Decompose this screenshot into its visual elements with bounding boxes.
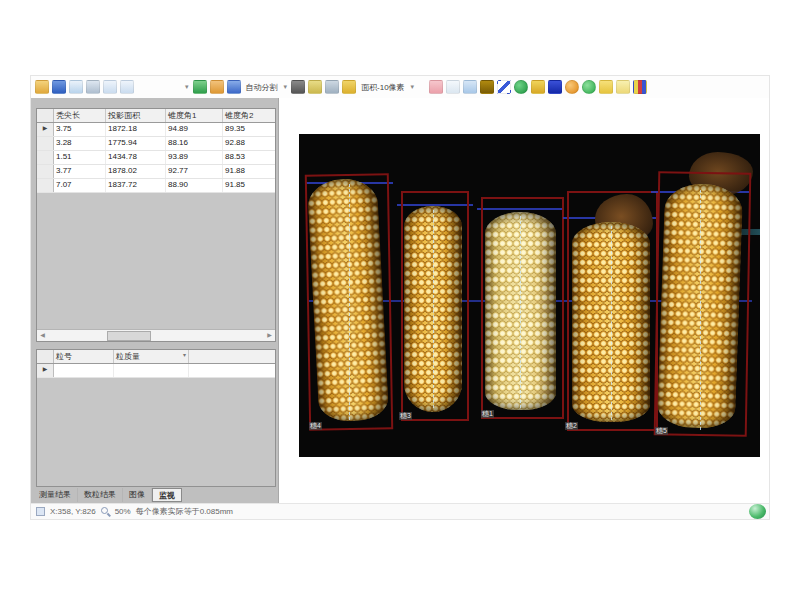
scroll-right-arrow-icon[interactable]: ▶ — [264, 330, 275, 340]
tab-monitor[interactable]: 监视 — [152, 488, 182, 502]
table-cell[interactable]: 1.51 — [54, 151, 106, 164]
zoom-out-icon[interactable] — [120, 80, 134, 94]
row-selector[interactable] — [37, 165, 54, 178]
tab-count-results[interactable]: 数粒结果 — [78, 488, 123, 502]
row-selector[interactable]: ▶ — [37, 123, 54, 136]
ear-label: 穗4 — [309, 422, 322, 430]
table-cell[interactable]: 7.07 — [54, 179, 106, 192]
table-cell[interactable]: 92.88 — [223, 137, 276, 150]
table-cell[interactable]: 1837.72 — [106, 179, 166, 192]
table-row[interactable]: ▶ — [37, 364, 275, 378]
dropdown-arrow-icon[interactable]: ▾ — [411, 83, 415, 91]
table-cell[interactable]: 88.90 — [166, 179, 223, 192]
pencil-icon[interactable] — [291, 80, 305, 94]
table-cell[interactable]: 88.53 — [223, 151, 276, 164]
table-cell[interactable]: 3.77 — [54, 165, 106, 178]
table-cell[interactable]: 3.28 — [54, 137, 106, 150]
magic-wand-icon[interactable] — [193, 80, 207, 94]
table-cell[interactable] — [54, 364, 114, 377]
column-dropdown-icon[interactable]: ▾ — [183, 351, 186, 358]
column-header[interactable]: 锥度角1 — [166, 109, 223, 122]
refresh-icon[interactable] — [582, 80, 596, 94]
table-row[interactable]: 1.511434.7893.8988.531.52 — [37, 151, 275, 165]
column-header[interactable]: 投影面积 — [106, 109, 166, 122]
page: { "toolbar": { "items": [ {"type":"icon"… — [0, 0, 800, 600]
table-cell[interactable]: 93.89 — [166, 151, 223, 164]
dropdown-arrow-icon[interactable]: ▾ — [284, 83, 288, 91]
column-header[interactable]: 锥度角2 — [223, 109, 276, 122]
ear-bounding-box[interactable] — [567, 191, 658, 431]
table-cell[interactable]: 1872.18 — [106, 123, 166, 136]
results-grid-hscrollbar[interactable]: ◀ ▶ — [37, 329, 275, 341]
ear-axis-line — [520, 216, 521, 408]
timer-icon[interactable] — [565, 80, 579, 94]
column-header[interactable]: 粒质量▾ — [114, 350, 189, 363]
ear-axis-line — [349, 184, 350, 420]
eraser-icon[interactable] — [308, 80, 322, 94]
save-icon[interactable] — [52, 80, 66, 94]
table-cell[interactable]: 91.88 — [223, 165, 276, 178]
table-cell[interactable]: 1775.94 — [106, 137, 166, 150]
ear-bounding-box[interactable] — [401, 191, 469, 421]
sticky-note-icon[interactable] — [599, 80, 613, 94]
kernel-grid-header: 粒号粒质量▾ — [37, 350, 275, 364]
blue-tile-icon[interactable] — [548, 80, 562, 94]
open-folder-icon[interactable] — [35, 80, 49, 94]
monitor-icon[interactable] — [325, 80, 339, 94]
table-cell[interactable]: 1878.02 — [106, 165, 166, 178]
image-viewer: 穗4 穗3 穗1 穗2 穗5 — [279, 98, 769, 504]
ear-bounding-box[interactable] — [654, 171, 752, 437]
ruler-icon[interactable] — [210, 80, 224, 94]
eraser-pink-icon[interactable] — [429, 80, 443, 94]
table-row[interactable]: 7.071837.7288.9091.851.18 — [37, 179, 275, 193]
left-panel: 秃尖长投影面积锥度角1锥度角2锥形度 ▶3.751872.1894.8989.3… — [31, 98, 279, 504]
main-toolbar: ▾自动分割▾面积-10像素▾ — [31, 76, 769, 99]
layers-icon[interactable] — [463, 80, 477, 94]
line-tool-icon[interactable] — [497, 80, 511, 94]
area-filter-dropdown[interactable]: 面积-10像素 — [361, 82, 405, 93]
row-selector[interactable] — [37, 151, 54, 164]
kernel-grid-rows: ▶ — [37, 364, 275, 378]
row-selector[interactable] — [37, 179, 54, 192]
auto-segment-button[interactable]: 自动分割 — [246, 82, 278, 93]
column-header[interactable]: 粒号 — [54, 350, 114, 363]
row-filler — [189, 364, 193, 377]
ear-bounding-box[interactable] — [481, 197, 564, 419]
table-cell[interactable]: 1434.78 — [106, 151, 166, 164]
scrollbar-thumb[interactable] — [107, 331, 151, 341]
table-cell[interactable]: 3.75 — [54, 123, 106, 136]
gold-tile-icon[interactable] — [480, 80, 494, 94]
cursor-position-text: X:358, Y:826 — [50, 507, 96, 516]
app-window: ▾自动分割▾面积-10像素▾ 秃尖长投影面积锥度角1锥度角2锥形度 ▶3.751… — [30, 75, 770, 520]
print-icon[interactable] — [86, 80, 100, 94]
row-selector[interactable]: ▶ — [37, 364, 54, 377]
row-selector-header — [37, 109, 54, 122]
play-icon[interactable] — [514, 80, 528, 94]
edit-pencil-icon[interactable] — [531, 80, 545, 94]
chart-icon[interactable] — [633, 80, 647, 94]
zoom-in-icon[interactable] — [103, 80, 117, 94]
cup-icon[interactable] — [342, 80, 356, 94]
report-icon[interactable] — [616, 80, 630, 94]
table-cell[interactable]: 91.85 — [223, 179, 276, 192]
table-cell[interactable]: 94.89 — [166, 123, 223, 136]
table-cell[interactable]: 89.35 — [223, 123, 276, 136]
corn-photo-canvas[interactable]: 穗4 穗3 穗1 穗2 穗5 — [299, 134, 760, 457]
table-row[interactable]: 3.771878.0292.7791.881.47 — [37, 165, 275, 179]
tab-image[interactable]: 图像 — [123, 488, 152, 502]
results-grid-rows: ▶3.751872.1894.8989.351.183.281775.9488.… — [37, 123, 275, 193]
table-cell[interactable]: 92.77 — [166, 165, 223, 178]
table-cell[interactable]: 88.16 — [166, 137, 223, 150]
table-row[interactable]: 3.281775.9488.1692.881.18 — [37, 137, 275, 151]
row-selector[interactable] — [37, 137, 54, 150]
image-export-icon[interactable] — [69, 80, 83, 94]
table-cell[interactable] — [114, 364, 189, 377]
ear-label: 穗1 — [481, 410, 494, 418]
blank-sheet-icon[interactable] — [446, 80, 460, 94]
tab-measure-results[interactable]: 测量结果 — [33, 488, 78, 502]
scroll-left-arrow-icon[interactable]: ◀ — [37, 330, 48, 340]
team-icon[interactable] — [227, 80, 241, 94]
table-row[interactable]: ▶3.751872.1894.8989.351.18 — [37, 123, 275, 137]
dropdown-arrow-icon[interactable]: ▾ — [185, 83, 189, 91]
column-header[interactable]: 秃尖长 — [54, 109, 106, 122]
